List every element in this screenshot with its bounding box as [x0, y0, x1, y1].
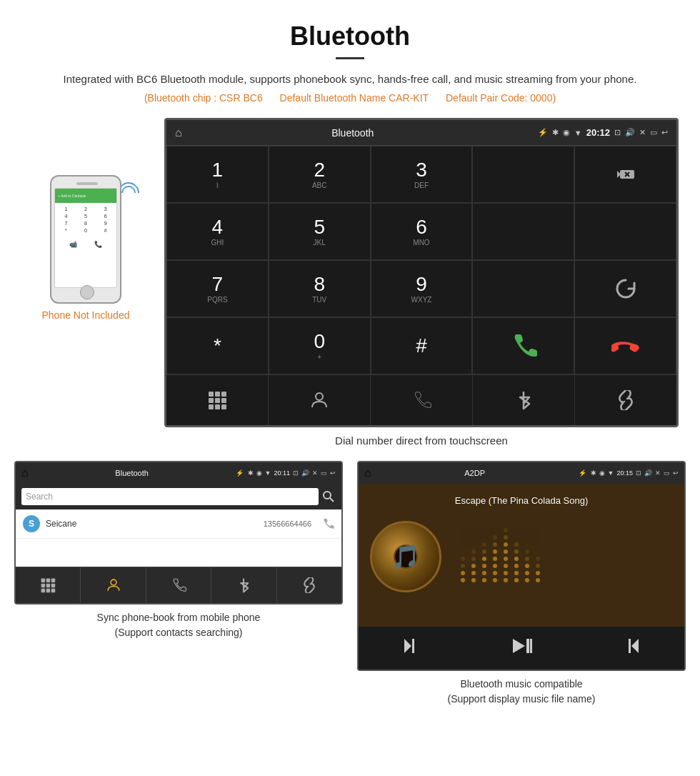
music-win-icon[interactable]: ▭ [664, 469, 670, 477]
pb-nav-link[interactable] [277, 567, 341, 603]
car-dial-screen: ⌂ Bluetooth ⚡ ✱ ◉ ▼ 20:12 ⊡ 🔊 ✕ ▭ ↩ [164, 118, 679, 447]
play-pause-button[interactable] [496, 635, 546, 661]
nav-link-icon[interactable] [575, 375, 676, 425]
dial-key-6[interactable]: 6 MNO [371, 203, 473, 260]
dial-key-hash[interactable]: # [371, 317, 473, 374]
music-close-icon[interactable]: ✕ [655, 469, 661, 477]
dial-reload-button[interactable] [574, 260, 676, 317]
nav-dialpad-icon[interactable] [166, 375, 269, 425]
phone-key-8: 8 [76, 220, 96, 227]
pb-cam-icon[interactable]: ⊡ [293, 469, 299, 477]
pb-back-icon[interactable]: ↩ [330, 469, 336, 477]
dial-backspace-button[interactable] [574, 146, 676, 203]
svg-rect-6 [209, 398, 214, 403]
next-icon [619, 635, 641, 657]
pb-vol-icon[interactable]: 🔊 [301, 469, 309, 477]
screen-device-main: ⌂ Bluetooth ⚡ ✱ ◉ ▼ 20:12 ⊡ 🔊 ✕ ▭ ↩ [164, 118, 679, 427]
nav-bluetooth-icon[interactable] [473, 375, 575, 425]
call-green-button[interactable] [472, 317, 574, 374]
music-time: 20:15 [616, 469, 633, 477]
volume-icon[interactable]: 🔊 [625, 128, 635, 137]
pb-win-icon[interactable]: ▭ [321, 469, 327, 477]
pb-search-field[interactable]: Search [21, 488, 319, 505]
nav-phone-icon[interactable] [371, 375, 473, 425]
pb-home-icon[interactable]: ⌂ [21, 467, 29, 479]
call-red-button[interactable] [574, 317, 676, 374]
prev-track-button[interactable] [388, 635, 438, 661]
phone-home-button[interactable] [80, 285, 94, 299]
contact-avatar: S [23, 515, 40, 532]
phone-key-5: 5 [76, 213, 96, 219]
page-header: Bluetooth Integrated with BC6 Bluetooth … [0, 0, 700, 118]
svg-rect-18 [41, 584, 46, 588]
close-icon[interactable]: ✕ [639, 128, 646, 137]
pb-nav-contacts[interactable] [81, 567, 146, 603]
phone-body: + Add to Contacts 1 2 3 4 5 6 7 8 9 * 0 [50, 175, 121, 304]
music-gps-icon: ◉ [599, 469, 605, 477]
phone-key-hash: # [96, 227, 115, 234]
dial-key-4[interactable]: 4 GHI [166, 203, 269, 260]
topbar-title: Bluetooth [174, 127, 532, 139]
music-cam-icon[interactable]: ⊡ [636, 469, 641, 477]
music-vol-icon[interactable]: 🔊 [644, 469, 652, 477]
music-topbar-title: A2DP [376, 469, 574, 477]
reload-icon [613, 276, 639, 302]
svg-point-43 [493, 557, 497, 561]
svg-point-59 [514, 549, 519, 554]
music-item: ⌂ A2DP ⚡ ✱ ◉ ▼ 20:15 ⊡ 🔊 ✕ ▭ ↩ Escape (T… [357, 461, 686, 707]
dial-key-3[interactable]: 3 DEF [371, 146, 473, 203]
topbar-icons: ⚡ ✱ ◉ ▼ 20:12 ⊡ 🔊 ✕ ▭ ↩ [538, 127, 668, 138]
search-icon[interactable] [321, 489, 336, 504]
svg-point-13 [324, 492, 331, 499]
svg-point-55 [514, 578, 519, 582]
dial-sub-4: GHI [211, 239, 224, 247]
person-icon [309, 390, 329, 410]
svg-rect-7 [215, 398, 220, 403]
pb-contact-row[interactable]: S Seicane 13566664466 [16, 509, 341, 539]
svg-point-24 [111, 579, 116, 585]
pb-nav-grid[interactable] [16, 567, 81, 603]
dial-key-1[interactable]: 1 ⌇ [166, 146, 269, 203]
window-icon[interactable]: ▭ [650, 128, 657, 137]
dial-key-0[interactable]: 0 + [269, 317, 371, 374]
svg-rect-10 [215, 404, 220, 409]
music-topbar-icons: ✱ ◉ ▼ 20:15 ⊡ 🔊 ✕ ▭ ↩ [591, 469, 679, 477]
phonebook-caption: Sync phone-book from mobile phone (Suppo… [14, 610, 343, 640]
phone-key-star: * [56, 227, 76, 234]
pb-grid-icon [40, 577, 56, 593]
svg-point-54 [504, 528, 508, 532]
dial-num-1: 1 [212, 160, 224, 180]
dial-key-2[interactable]: 2 ABC [269, 146, 371, 203]
pb-topbar: ⌂ Bluetooth ⚡ ✱ ◉ ▼ 20:11 ⊡ 🔊 ✕ ▭ ↩ [16, 462, 341, 484]
music-song-title: Escape (The Pina Colada Song) [455, 495, 588, 506]
svg-point-64 [525, 557, 529, 561]
play-pause-icon [511, 635, 532, 657]
dial-key-7[interactable]: 7 PQRS [166, 260, 269, 317]
spec-chip: (Bluetooth chip : CSR BC6 [144, 92, 263, 104]
dial-key-5[interactable]: 5 JKL [269, 203, 371, 260]
prev-icon [402, 635, 424, 657]
dial-caption: Dial number direct from touchscreen [164, 434, 679, 447]
call-green-icon [509, 332, 538, 360]
dial-key-8[interactable]: 8 TUV [269, 260, 371, 317]
add-contacts-label: + Add to Contacts [58, 194, 86, 198]
dial-key-9[interactable]: 9 WXYZ [371, 260, 473, 317]
pb-close-icon[interactable]: ✕ [312, 469, 318, 477]
nav-contacts-icon[interactable] [269, 375, 371, 425]
dial-key-star[interactable]: * [166, 317, 269, 374]
music-usb-icon: ⚡ [579, 469, 586, 477]
topbar-time: 20:12 [586, 127, 610, 138]
camera-icon[interactable]: ⊡ [614, 128, 621, 137]
music-back-icon[interactable]: ↩ [673, 469, 679, 477]
pb-nav-phone[interactable] [146, 567, 211, 603]
pb-time: 20:11 [274, 469, 290, 477]
svg-point-56 [514, 571, 519, 575]
svg-point-32 [471, 557, 476, 561]
svg-rect-23 [51, 589, 56, 593]
next-track-button[interactable] [605, 635, 655, 661]
screen-bottom-nav [166, 374, 676, 425]
music-home-icon[interactable]: ⌂ [364, 467, 371, 479]
back-icon[interactable]: ↩ [661, 128, 668, 137]
pb-nav-bt[interactable] [211, 567, 276, 603]
contact-call-icon[interactable] [321, 517, 334, 530]
